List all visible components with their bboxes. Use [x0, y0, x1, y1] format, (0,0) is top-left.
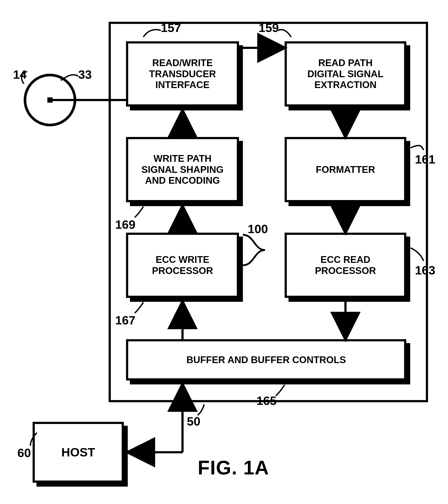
ecc-read-block: ECC READPROCESSOR [285, 233, 406, 298]
write-path-block: WRITE PATHSIGNAL SHAPINGAND ENCODING [126, 137, 239, 202]
ref-165: 165 [256, 394, 276, 408]
ref-163: 163 [415, 263, 435, 277]
buffer-label: BUFFER AND BUFFER CONTROLS [126, 339, 406, 380]
ecc-write-label: ECC WRITEPROCESSOR [126, 233, 239, 298]
ref-60: 60 [17, 446, 31, 460]
ref-14: 14 [13, 67, 27, 82]
ecc-write-block: ECC WRITEPROCESSOR [126, 233, 239, 298]
ref-33: 33 [78, 67, 92, 82]
ref-159: 159 [258, 21, 279, 35]
svg-rect-1 [47, 97, 52, 103]
figure-caption: FIG. 1A [198, 457, 269, 479]
buffer-block: BUFFER AND BUFFER CONTROLS [126, 339, 406, 380]
rw-transducer-label: READ/WRITETRANSDUCERINTERFACE [126, 41, 239, 107]
formatter-block: FORMATTER [285, 137, 406, 202]
write-path-label: WRITE PATHSIGNAL SHAPINGAND ENCODING [126, 137, 239, 202]
host-label: HOST [33, 422, 124, 483]
ref-157: 157 [161, 21, 181, 35]
read-path-block: READ PATHDIGITAL SIGNALEXTRACTION [285, 41, 406, 107]
ref-167: 167 [115, 313, 135, 327]
diagram-canvas: READ/WRITETRANSDUCERINTERFACE READ PATHD… [9, 9, 439, 495]
ecc-read-label: ECC READPROCESSOR [285, 233, 406, 298]
formatter-label: FORMATTER [285, 137, 406, 202]
read-path-label: READ PATHDIGITAL SIGNALEXTRACTION [285, 41, 406, 107]
ref-50: 50 [187, 414, 200, 428]
ref-161: 161 [415, 152, 435, 166]
host-block: HOST [33, 422, 124, 483]
ref-100: 100 [248, 222, 268, 236]
ref-169: 169 [115, 217, 135, 232]
rw-transducer-block: READ/WRITETRANSDUCERINTERFACE [126, 41, 239, 107]
disk-icon [22, 72, 78, 129]
